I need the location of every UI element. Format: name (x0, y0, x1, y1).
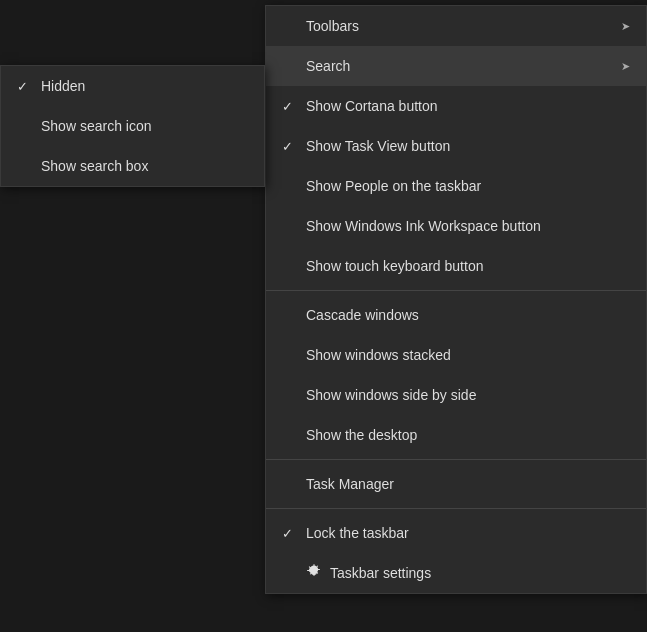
check-icon: ✓ (282, 139, 302, 154)
menu-item-show-touch[interactable]: Show touch keyboard button (266, 246, 646, 286)
menu-item-label-stacked: Show windows stacked (306, 347, 630, 363)
gear-icon (306, 564, 322, 583)
menu-item-toolbars[interactable]: Toolbars➤ (266, 6, 646, 46)
menu-item-label-toolbars: Toolbars (306, 18, 621, 34)
search-submenu: ✓HiddenShow search iconShow search box (0, 65, 265, 187)
check-icon: ✓ (282, 526, 302, 541)
menu-item-stacked[interactable]: Show windows stacked (266, 335, 646, 375)
submenu-arrow-icon: ➤ (621, 20, 630, 33)
menu-item-label-show-desktop: Show the desktop (306, 427, 630, 443)
submenu-item-label-hidden: Hidden (41, 78, 248, 94)
menu-item-label-show-task-view: Show Task View button (306, 138, 630, 154)
menu-item-show-desktop[interactable]: Show the desktop (266, 415, 646, 455)
menu-item-show-ink[interactable]: Show Windows Ink Workspace button (266, 206, 646, 246)
submenu-item-show-search-box[interactable]: Show search box (1, 146, 264, 186)
menu-item-label-show-cortana: Show Cortana button (306, 98, 630, 114)
check-icon: ✓ (17, 79, 37, 94)
menu-item-show-task-view[interactable]: ✓Show Task View button (266, 126, 646, 166)
menu-item-side-by-side[interactable]: Show windows side by side (266, 375, 646, 415)
menu-item-show-cortana[interactable]: ✓Show Cortana button (266, 86, 646, 126)
menu-item-show-people[interactable]: Show People on the taskbar (266, 166, 646, 206)
check-icon: ✓ (282, 99, 302, 114)
menu-item-search[interactable]: Search➤ (266, 46, 646, 86)
menu-divider (266, 290, 646, 291)
main-context-menu: Toolbars➤Search➤✓Show Cortana button✓Sho… (265, 5, 647, 594)
menu-item-label-search: Search (306, 58, 621, 74)
menu-item-label-lock-taskbar: Lock the taskbar (306, 525, 630, 541)
menu-item-label-show-ink: Show Windows Ink Workspace button (306, 218, 630, 234)
menu-item-label-cascade: Cascade windows (306, 307, 630, 323)
menu-item-taskbar-settings[interactable]: Taskbar settings (266, 553, 646, 593)
menu-item-label-side-by-side: Show windows side by side (306, 387, 630, 403)
menu-item-label-taskbar-settings: Taskbar settings (330, 565, 630, 581)
menu-item-label-show-touch: Show touch keyboard button (306, 258, 630, 274)
menu-divider (266, 508, 646, 509)
submenu-item-label-show-search-box: Show search box (41, 158, 248, 174)
menu-item-cascade[interactable]: Cascade windows (266, 295, 646, 335)
menu-item-lock-taskbar[interactable]: ✓Lock the taskbar (266, 513, 646, 553)
menu-item-label-task-manager: Task Manager (306, 476, 630, 492)
menu-item-task-manager[interactable]: Task Manager (266, 464, 646, 504)
submenu-item-show-search-icon[interactable]: Show search icon (1, 106, 264, 146)
submenu-item-label-show-search-icon: Show search icon (41, 118, 248, 134)
menu-item-label-show-people: Show People on the taskbar (306, 178, 630, 194)
submenu-arrow-icon: ➤ (621, 60, 630, 73)
menu-divider (266, 459, 646, 460)
submenu-item-hidden[interactable]: ✓Hidden (1, 66, 264, 106)
